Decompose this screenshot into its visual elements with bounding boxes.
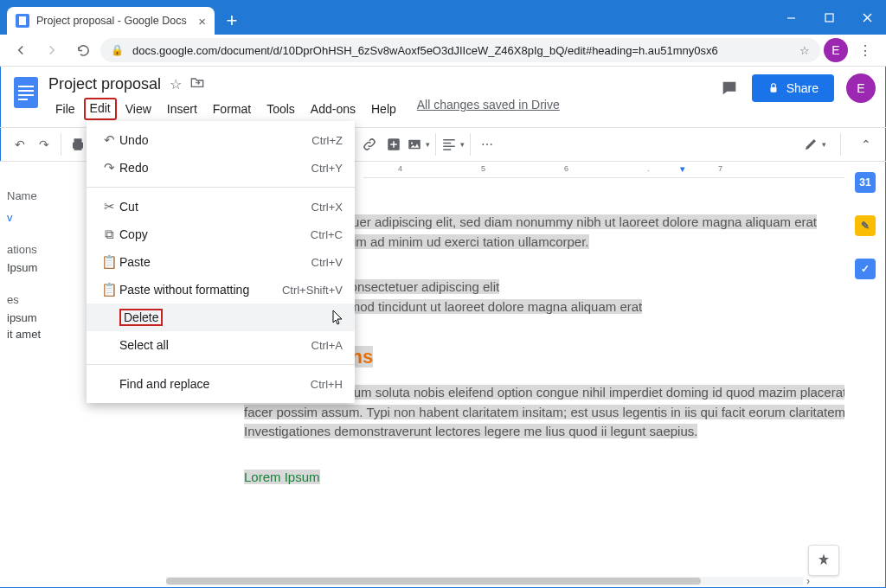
save-status[interactable]: All changes saved in Drive bbox=[417, 98, 560, 120]
outline-title[interactable]: v bbox=[7, 211, 90, 224]
star-icon[interactable]: ☆ bbox=[799, 44, 810, 57]
align-icon[interactable] bbox=[441, 133, 465, 156]
menu-item-shortcut: Ctrl+H bbox=[311, 378, 343, 391]
menu-item-delete[interactable]: Delete bbox=[87, 304, 355, 331]
share-button[interactable]: Share bbox=[752, 74, 834, 102]
undo-icon[interactable]: ↶ bbox=[9, 133, 31, 156]
ruler-tick: . bbox=[647, 164, 650, 173]
menu-insert[interactable]: Insert bbox=[160, 98, 204, 120]
paste-plain-icon: 📋 bbox=[99, 282, 119, 297]
svg-rect-4 bbox=[14, 77, 38, 108]
menu-item-redo[interactable]: ↷ Redo Ctrl+Y bbox=[87, 154, 355, 182]
explore-button[interactable] bbox=[808, 545, 839, 576]
undo-icon: ↶ bbox=[99, 132, 119, 148]
menu-item-label: Select all bbox=[119, 338, 169, 352]
insert-link-icon[interactable] bbox=[358, 133, 381, 156]
svg-rect-8 bbox=[18, 99, 28, 100]
menu-item-label: Delete bbox=[119, 309, 163, 326]
menu-item-shortcut: Ctrl+Shift+V bbox=[282, 284, 343, 297]
menu-tools[interactable]: Tools bbox=[260, 98, 302, 120]
tab-title: Project proposal - Google Docs bbox=[36, 15, 187, 27]
menu-file[interactable]: File bbox=[48, 98, 82, 120]
window-close[interactable] bbox=[848, 0, 886, 35]
menu-item-label: Paste without formatting bbox=[119, 283, 249, 297]
menu-item-paste[interactable]: 📋 Paste Ctrl+V bbox=[87, 248, 355, 276]
tab-close-icon[interactable]: × bbox=[198, 15, 206, 28]
ruler-tick: 4 bbox=[398, 164, 402, 173]
menu-view[interactable]: View bbox=[119, 98, 158, 120]
paste-icon: 📋 bbox=[99, 254, 119, 270]
document-title[interactable]: Project proposal bbox=[48, 75, 161, 93]
menu-item-label: Find and replace bbox=[119, 377, 209, 391]
menu-addons[interactable]: Add-ons bbox=[304, 98, 363, 120]
svg-rect-7 bbox=[18, 94, 34, 96]
menu-item-label: Cut bbox=[119, 200, 138, 214]
copy-icon: ⧉ bbox=[99, 227, 119, 242]
menu-item-shortcut: Ctrl+V bbox=[311, 256, 343, 269]
side-panel: 31 ✎ ✓ bbox=[844, 162, 886, 587]
menu-item-shortcut: Ctrl+A bbox=[311, 339, 343, 352]
menu-item-shortcut: Ctrl+Z bbox=[311, 134, 343, 147]
menu-help[interactable]: Help bbox=[364, 98, 403, 120]
cut-icon: ✂ bbox=[99, 199, 119, 214]
ruler-tick: 7 bbox=[718, 164, 722, 173]
docs-favicon bbox=[16, 14, 29, 28]
star-document-icon[interactable]: ☆ bbox=[170, 76, 182, 93]
menu-separator bbox=[87, 364, 355, 365]
svg-point-12 bbox=[411, 142, 413, 144]
ruler-tick: 6 bbox=[564, 164, 568, 173]
outline-label: Name bbox=[7, 189, 90, 202]
edit-menu-dropdown: ↶ Undo Ctrl+Z ↷ Redo Ctrl+Y ✂ Cut Ctrl+X… bbox=[87, 121, 355, 403]
menu-format[interactable]: Format bbox=[206, 98, 258, 120]
menu-item-paste-without-formatting[interactable]: 📋 Paste without formatting Ctrl+Shift+V bbox=[87, 276, 355, 304]
address-bar[interactable]: 🔒 docs.google.com/document/d/10DprOhHSH_… bbox=[100, 38, 820, 62]
scroll-right-icon[interactable]: › bbox=[806, 575, 810, 587]
ruler[interactable]: 4 5 6 . ▾ 7 bbox=[363, 162, 844, 178]
outline-item[interactable]: ipsum bbox=[7, 311, 90, 324]
keep-addon-icon[interactable]: ✎ bbox=[855, 215, 876, 236]
svg-rect-6 bbox=[18, 90, 34, 92]
docs-logo-icon[interactable] bbox=[10, 77, 42, 108]
insert-image-icon[interactable] bbox=[407, 133, 430, 156]
window-minimize[interactable] bbox=[772, 0, 810, 35]
nav-reload[interactable] bbox=[69, 36, 97, 64]
browser-tab[interactable]: Project proposal - Google Docs × bbox=[7, 7, 215, 35]
outline-item[interactable]: it amet bbox=[7, 328, 90, 341]
ruler-tick: 5 bbox=[481, 164, 485, 173]
browser-toolbar: 🔒 docs.google.com/document/d/10DprOhHSH_… bbox=[0, 35, 886, 67]
comments-icon[interactable] bbox=[719, 78, 740, 99]
lock-icon: 🔒 bbox=[111, 44, 124, 56]
right-indent-icon[interactable]: ▾ bbox=[680, 163, 685, 175]
menu-item-shortcut: Ctrl+X bbox=[311, 201, 343, 214]
menu-edit[interactable]: Edit bbox=[84, 98, 117, 120]
editing-mode-icon[interactable] bbox=[803, 133, 826, 156]
window-maximize[interactable] bbox=[810, 0, 848, 35]
browser-tabstrip: Project proposal - Google Docs × + bbox=[0, 0, 886, 35]
menu-item-shortcut: Ctrl+C bbox=[311, 228, 343, 241]
mouse-cursor-icon bbox=[331, 310, 344, 327]
menu-item-copy[interactable]: ⧉ Copy Ctrl+C bbox=[87, 220, 355, 248]
move-document-icon[interactable] bbox=[190, 76, 204, 92]
menu-item-find-replace[interactable]: Find and replace Ctrl+H bbox=[87, 370, 355, 398]
outline-panel: Name v ations Ipsum es ipsum it amet bbox=[0, 162, 90, 587]
svg-rect-9 bbox=[770, 87, 776, 93]
window-controls bbox=[772, 0, 886, 35]
menu-item-select-all[interactable]: Select all Ctrl+A bbox=[87, 331, 355, 359]
nav-back[interactable] bbox=[7, 36, 35, 64]
scrollbar-thumb[interactable] bbox=[166, 578, 701, 585]
tasks-addon-icon[interactable]: ✓ bbox=[855, 259, 876, 279]
collapse-toolbar-icon[interactable]: ⌃ bbox=[855, 133, 877, 156]
browser-menu-icon[interactable]: ⋮ bbox=[851, 36, 879, 64]
menu-item-label: Redo bbox=[119, 161, 148, 175]
add-comment-icon[interactable] bbox=[382, 133, 405, 156]
calendar-addon-icon[interactable]: 31 bbox=[855, 172, 876, 193]
menu-item-undo[interactable]: ↶ Undo Ctrl+Z bbox=[87, 126, 355, 154]
new-tab-button[interactable]: + bbox=[220, 9, 244, 33]
menu-item-cut[interactable]: ✂ Cut Ctrl+X bbox=[87, 193, 355, 220]
horizontal-scrollbar[interactable]: › bbox=[166, 577, 803, 585]
docs-avatar[interactable]: E bbox=[846, 74, 876, 103]
redo-icon[interactable]: ↷ bbox=[33, 133, 55, 156]
browser-avatar[interactable]: E bbox=[824, 38, 848, 62]
outline-item[interactable]: Ipsum bbox=[7, 261, 90, 274]
more-toolbar-icon[interactable]: ⋯ bbox=[476, 133, 498, 156]
